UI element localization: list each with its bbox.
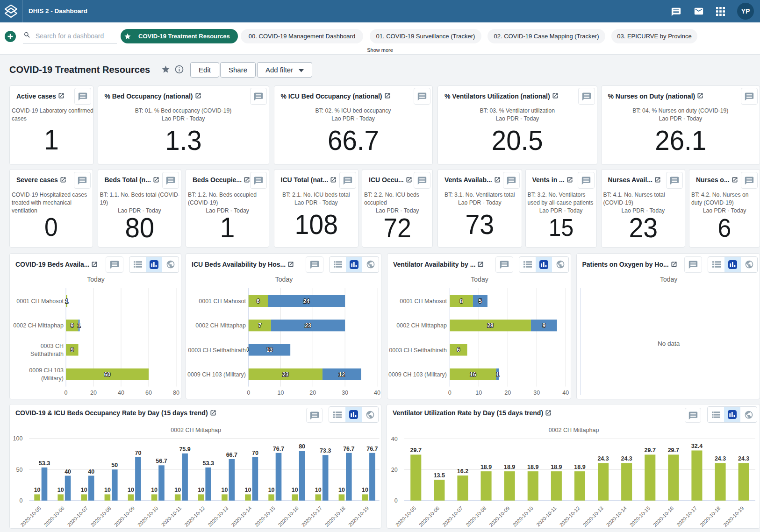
svg-text:0009 CH 103 (Military): 0009 CH 103 (Military) [187,371,246,378]
svg-text:2020-10-11: 2020-10-11 [160,505,183,527]
svg-text:2020-10-17: 2020-10-17 [301,505,323,527]
svg-text:76.7: 76.7 [366,445,378,452]
svg-text:100: 100 [13,435,23,442]
svg-text:10: 10 [292,487,298,493]
svg-text:73.3: 73.3 [320,447,331,454]
svg-text:5: 5 [479,298,482,305]
svg-text:10: 10 [362,487,368,493]
svg-text:18.9: 18.9 [527,464,538,470]
svg-text:2020-10-14: 2020-10-14 [605,505,628,527]
svg-text:2020-10-14: 2020-10-14 [230,505,252,527]
svg-text:10: 10 [128,487,134,493]
svg-text:24.3: 24.3 [738,455,749,462]
svg-text:10: 10 [338,487,345,493]
svg-text:13.5: 13.5 [434,472,445,479]
svg-text:2020-10-08: 2020-10-08 [90,505,112,527]
svg-text:0009 CH 103 (Military): 0009 CH 103 (Military) [388,371,447,378]
svg-text:10: 10 [221,487,228,493]
svg-text:40: 40 [391,435,398,442]
svg-text:20: 20 [391,467,398,473]
svg-text:2020-10-13: 2020-10-13 [207,505,229,527]
svg-text:50: 50 [16,466,22,473]
svg-text:2020-10-06: 2020-10-06 [43,505,65,527]
svg-text:12: 12 [339,371,345,378]
svg-text:24.3: 24.3 [621,455,632,462]
svg-text:2020-10-10: 2020-10-10 [511,505,534,527]
svg-text:0: 0 [19,497,22,504]
svg-text:6: 6 [257,298,260,305]
svg-text:0002 CH Mittaphap: 0002 CH Mittaphap [13,322,64,329]
svg-text:2020-10-07: 2020-10-07 [66,505,89,527]
svg-text:10: 10 [57,487,64,493]
svg-text:0001 CH Mahosot: 0001 CH Mahosot [199,298,246,305]
svg-text:Today: Today [660,276,677,283]
svg-text:2020-10-16: 2020-10-16 [652,505,674,527]
svg-text:2020-10-05: 2020-10-05 [19,505,42,527]
svg-text:Today: Today [471,276,488,283]
svg-text:23: 23 [282,371,289,378]
svg-text:0: 0 [65,390,68,396]
svg-text:18.9: 18.9 [551,464,562,470]
svg-text:2020-10-15: 2020-10-15 [253,505,276,527]
svg-text:60: 60 [145,390,152,396]
svg-text:2020-10-18: 2020-10-18 [324,505,346,527]
svg-text:2020-10-19: 2020-10-19 [722,505,745,527]
svg-text:(Military): (Military) [41,375,64,382]
svg-text:0: 0 [394,497,398,504]
svg-text:76.7: 76.7 [343,445,354,452]
svg-text:6: 6 [457,347,460,353]
svg-text:2020-10-17: 2020-10-17 [675,505,698,527]
svg-text:10: 10 [151,487,158,493]
svg-text:20: 20 [504,390,511,396]
svg-text:0002 CH Mittaphap: 0002 CH Mittaphap [171,427,221,433]
svg-text:70: 70 [252,449,258,456]
svg-text:2020-10-07: 2020-10-07 [441,505,464,527]
svg-text:2020-10-10: 2020-10-10 [136,505,159,527]
svg-text:80: 80 [299,443,305,450]
svg-text:66.7: 66.7 [226,451,237,458]
svg-text:2020-10-13: 2020-10-13 [582,505,604,527]
svg-text:0003 CH Setthathirath: 0003 CH Setthathirath [389,347,447,354]
svg-text:2020-10-11: 2020-10-11 [535,505,558,527]
svg-text:0003 CH Setthathirath: 0003 CH Setthathirath [188,347,246,354]
svg-text:0002 CH Mittaphap: 0002 CH Mittaphap [549,427,599,433]
svg-text:18.9: 18.9 [504,464,515,470]
svg-text:80: 80 [173,390,179,396]
svg-text:0: 0 [448,390,452,396]
svg-text:60: 60 [104,371,111,378]
svg-text:53.3: 53.3 [39,460,50,466]
svg-text:29.7: 29.7 [645,447,656,454]
svg-text:0001 CH Mahosot: 0001 CH Mahosot [16,298,64,305]
svg-text:2020-10-15: 2020-10-15 [629,505,651,527]
svg-text:0002 CH Mittaphap: 0002 CH Mittaphap [195,322,246,329]
svg-text:18.9: 18.9 [574,464,585,470]
svg-text:20: 20 [309,390,316,396]
svg-text:20: 20 [90,390,97,396]
svg-text:40: 40 [88,468,94,475]
svg-text:30: 30 [342,390,348,396]
svg-text:No data: No data [658,340,680,347]
svg-text:Today: Today [87,276,104,283]
svg-text:0: 0 [247,390,250,396]
svg-text:23: 23 [305,322,311,329]
svg-text:30: 30 [533,390,540,396]
svg-text:24.3: 24.3 [715,455,726,462]
svg-text:10: 10 [174,487,181,493]
svg-text:Today: Today [275,276,293,283]
svg-text:1: 1 [78,322,81,329]
svg-text:75.9: 75.9 [179,446,190,452]
svg-text:2020-10-05: 2020-10-05 [394,505,417,527]
svg-text:2020-10-12: 2020-10-12 [559,505,581,527]
svg-text:24.3: 24.3 [597,455,609,462]
svg-text:2020-10-12: 2020-10-12 [183,505,206,527]
svg-text:10: 10 [198,487,204,493]
svg-text:2020-10-18: 2020-10-18 [699,505,721,527]
svg-text:1: 1 [65,298,68,305]
svg-text:40: 40 [65,468,71,475]
svg-text:2020-10-16: 2020-10-16 [277,505,300,527]
svg-text:10: 10 [104,487,111,493]
svg-text:50: 50 [111,462,118,468]
svg-text:10: 10 [245,487,251,493]
svg-text:9: 9 [71,322,74,329]
svg-text:0001 CH Mahosot: 0001 CH Mahosot [400,298,447,305]
